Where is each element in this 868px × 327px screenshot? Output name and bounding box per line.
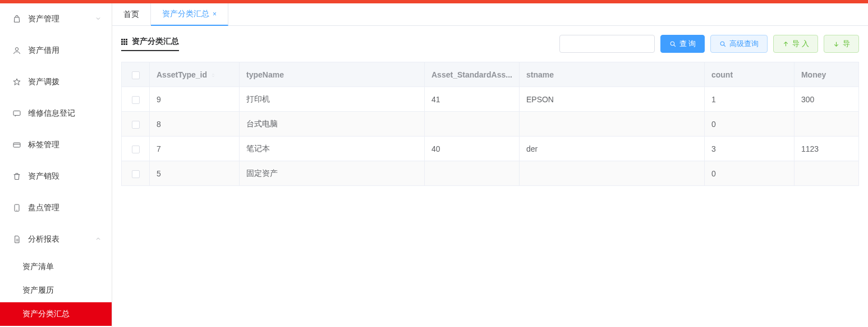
sidebar-sub-asset-category-summary[interactable]: 资产分类汇总 [0,302,112,326]
col-count[interactable]: count [704,62,794,87]
svg-rect-2 [13,143,20,147]
search-icon [719,40,727,48]
cell-count: 0 [704,161,794,186]
select-all-header [122,62,150,87]
row-select-cell [122,137,150,161]
table-header-row: AssetType_id typeName Asset_StandardAss.… [122,62,859,87]
row-checkbox[interactable] [132,121,140,129]
sidebar-item-label: 资产清单 [22,262,54,272]
cell-stname [519,161,704,186]
sidebar-item-report[interactable]: 分析报表 [0,224,112,255]
button-label: 查 询 [679,39,696,49]
cell-stname: der [519,137,704,161]
chevron-down-icon [95,15,102,24]
cell-assettype-id: 7 [150,137,240,161]
table-row[interactable]: 7笔记本40der31123 [122,137,859,161]
sidebar-item-label: 资产管理 [28,14,59,24]
message-icon [12,109,21,118]
svg-point-5 [721,42,725,46]
table-row[interactable]: 9打印机41EPSON1300 [122,87,859,112]
trash-icon [12,172,21,181]
col-standard[interactable]: Asset_StandardAss... [425,62,520,87]
sort-icon[interactable] [209,70,216,79]
tab-label: 首页 [123,10,139,20]
chevron-up-icon [95,235,102,244]
row-select-cell [122,87,150,112]
col-stname[interactable]: stname [519,62,704,87]
tab-label: 资产分类汇总 [162,9,209,19]
arrow-down-icon [833,40,840,48]
select-all-checkbox[interactable] [132,71,140,79]
cell-standard: 40 [425,137,520,161]
cell-typename: 台式电脑 [240,112,425,137]
row-checkbox[interactable] [132,170,140,178]
sidebar-item-asset-borrow[interactable]: 资产借用 [0,35,112,66]
sidebar-item-label: 资产分类汇总 [22,309,70,319]
sidebar-item-inventory[interactable]: 盘点管理 [0,192,112,224]
svg-rect-1 [13,111,20,115]
cell-money: 1123 [794,137,858,161]
sidebar-sub-asset-list[interactable]: 资产清单 [0,255,112,279]
sidebar-item-tag-mgmt[interactable]: 标签管理 [0,129,112,161]
sidebar-item-label: 资产销毁 [28,171,59,181]
sidebar-item-asset-transfer[interactable]: 资产调拨 [0,66,112,98]
star-icon [12,78,21,87]
table-row[interactable]: 8台式电脑0 [122,112,859,137]
content: 资产分类汇总 查 询 高级查询 导 入 [112,26,868,327]
col-label: typeName [246,70,284,79]
import-button[interactable]: 导 入 [773,35,818,53]
tablet-icon [12,203,21,212]
table-row[interactable]: 5固定资产0 [122,161,859,186]
tab-home[interactable]: 首页 [112,3,151,25]
cell-assettype-id: 5 [150,161,240,186]
tab-bar: 首页 资产分类汇总 × [112,3,868,26]
cell-standard: 41 [425,87,520,112]
col-money[interactable]: Money [794,62,858,87]
row-checkbox[interactable] [132,96,140,104]
page-title-wrap: 资产分类汇总 [121,37,179,51]
col-label: count [711,70,733,79]
bag-icon [12,15,21,24]
doc-icon [12,235,21,244]
button-label: 导 入 [792,39,809,49]
query-button[interactable]: 查 询 [660,35,705,53]
svg-point-4 [670,42,674,46]
export-button[interactable]: 导 [824,35,859,53]
page-header: 资产分类汇总 查 询 高级查询 导 入 [121,35,859,53]
cell-typename: 打印机 [240,87,425,112]
cell-typename: 固定资产 [240,161,425,186]
sidebar-item-label: 资产调拨 [28,77,59,87]
row-checkbox[interactable] [132,146,140,153]
col-label: Asset_StandardAss... [431,70,512,79]
cell-standard [425,112,520,137]
col-label: stname [526,70,554,79]
cell-stname: EPSON [519,87,704,112]
sidebar-item-asset-mgmt[interactable]: 资产管理 [0,3,112,35]
user-icon [12,46,21,55]
svg-point-0 [15,48,18,51]
advanced-query-button[interactable]: 高级查询 [710,35,768,53]
page-actions: 查 询 高级查询 导 入 导 [559,35,859,53]
sidebar-item-label: 分析报表 [28,234,59,244]
cell-money [794,112,858,137]
sidebar: 资产管理 资产借用 资产调拨 维修信息登记 标签管理 资产销毁 盘点管理 [0,3,112,327]
data-table: AssetType_id typeName Asset_StandardAss.… [121,62,859,186]
row-select-cell [122,112,150,137]
sidebar-item-maintenance[interactable]: 维修信息登记 [0,98,112,129]
main: 首页 资产分类汇总 × 资产分类汇总 查 询 [112,3,868,327]
close-icon[interactable]: × [213,10,217,18]
sidebar-item-label: 维修信息登记 [28,108,75,119]
sidebar-sub-asset-history[interactable]: 资产履历 [0,279,112,302]
cell-count: 1 [704,87,794,112]
search-input[interactable] [559,35,655,53]
cell-typename: 笔记本 [240,137,425,161]
sidebar-item-label: 盘点管理 [28,203,59,213]
cell-money: 300 [794,87,858,112]
col-assettype-id[interactable]: AssetType_id [150,62,240,87]
card-icon [12,140,21,149]
col-typename[interactable]: typeName [240,62,425,87]
sidebar-item-asset-destroy[interactable]: 资产销毁 [0,161,112,192]
row-select-cell [122,161,150,186]
cell-assettype-id: 9 [150,87,240,112]
tab-asset-category-summary[interactable]: 资产分类汇总 × [151,3,228,26]
